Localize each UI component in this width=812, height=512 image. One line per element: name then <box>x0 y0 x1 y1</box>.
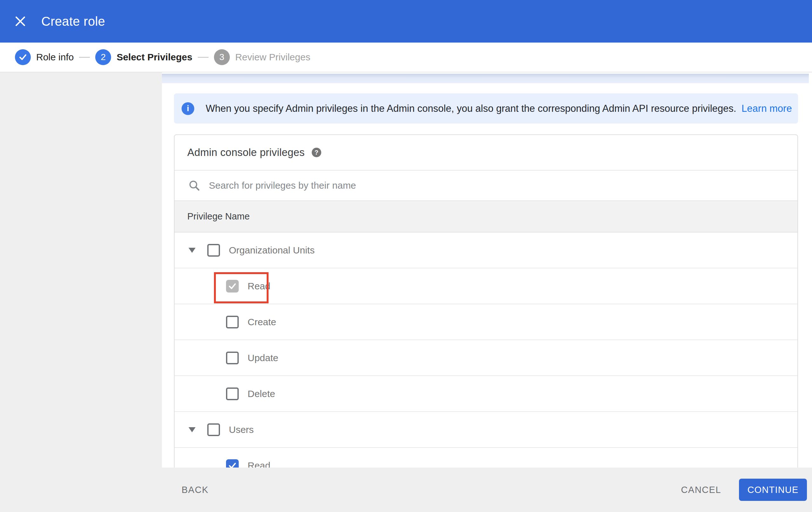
stepper: Role info2Select Privileges3Review Privi… <box>0 43 812 73</box>
info-banner-message: When you specify Admin privileges in the… <box>206 103 736 114</box>
scrolled-content-edge <box>162 74 809 83</box>
learn-more-link[interactable]: Learn more <box>742 103 792 114</box>
privilege-row-read: Read <box>175 448 798 467</box>
step-select-privileges[interactable]: 2Select Privileges <box>95 49 192 65</box>
privileges-search[interactable]: Search for privileges by their name <box>175 170 798 201</box>
column-header-label: Privilege Name <box>187 211 250 222</box>
check-icon <box>19 53 27 62</box>
close-button[interactable] <box>11 12 29 30</box>
privilege-rows: Organizational UnitsReadCreateUpdateDele… <box>175 233 798 467</box>
privilege-row-read: Read <box>175 268 798 304</box>
step-connector <box>198 57 208 58</box>
privilege-checkbox[interactable] <box>226 459 239 468</box>
step-label: Review Privileges <box>235 52 311 62</box>
privilege-row-delete: Delete <box>175 376 798 412</box>
close-icon <box>16 17 25 26</box>
cancel-button[interactable]: CANCEL <box>681 485 721 495</box>
step-number: 3 <box>214 49 230 65</box>
privilege-label: Organizational Units <box>229 245 315 256</box>
app-header: Create role <box>0 0 812 43</box>
privilege-row-users: Users <box>175 412 798 448</box>
step-check-icon <box>15 49 31 65</box>
privilege-checkbox[interactable] <box>207 244 220 257</box>
step-review-privileges[interactable]: 3Review Privileges <box>214 49 311 65</box>
privilege-row-create: Create <box>175 304 798 340</box>
check-icon <box>228 461 237 468</box>
step-label: Select Privileges <box>116 52 192 62</box>
privilege-checkbox[interactable] <box>207 423 220 436</box>
privilege-label: Read <box>248 460 270 468</box>
privilege-row-update: Update <box>175 340 798 376</box>
card-title-row: Admin console privileges ? <box>175 135 798 170</box>
expand-triangle-icon[interactable] <box>188 427 196 432</box>
step-label: Role info <box>36 52 74 62</box>
privilege-row-organizational-units: Organizational Units <box>175 233 798 268</box>
privilege-label: Create <box>248 317 276 327</box>
continue-button[interactable]: CONTINUE <box>739 479 807 501</box>
privileges-card: Admin console privileges ? Search for pr… <box>174 134 798 467</box>
step-role-info[interactable]: Role info <box>15 49 74 65</box>
info-banner: i When you specify Admin privileges in t… <box>174 93 798 124</box>
privilege-checkbox[interactable] <box>226 387 239 400</box>
privilege-label: Update <box>248 353 279 363</box>
expand-triangle-icon[interactable] <box>188 248 196 253</box>
step-number: 2 <box>95 49 111 65</box>
card-title: Admin console privileges <box>187 146 305 159</box>
column-header-row: Privilege Name <box>175 201 798 233</box>
content-pane: i When you specify Admin privileges in t… <box>162 73 812 467</box>
privilege-checkbox[interactable] <box>226 352 239 364</box>
footer-right-group: CANCEL CONTINUE <box>681 479 812 501</box>
privilege-label: Users <box>229 424 254 435</box>
info-banner-text: When you specify Admin privileges in the… <box>206 103 792 114</box>
back-button[interactable]: BACK <box>181 485 208 495</box>
privilege-checkbox[interactable] <box>226 280 239 293</box>
privilege-label: Read <box>248 281 270 292</box>
check-icon <box>228 282 237 291</box>
page-title: Create role <box>41 14 105 29</box>
help-icon[interactable]: ? <box>312 148 321 157</box>
privilege-checkbox[interactable] <box>226 316 239 328</box>
footer-bar: BACK CANCEL CONTINUE <box>0 467 812 512</box>
privilege-label: Delete <box>248 388 275 399</box>
search-placeholder: Search for privileges by their name <box>209 180 356 191</box>
search-icon <box>188 180 200 191</box>
info-icon: i <box>181 102 194 115</box>
step-connector <box>79 57 90 58</box>
